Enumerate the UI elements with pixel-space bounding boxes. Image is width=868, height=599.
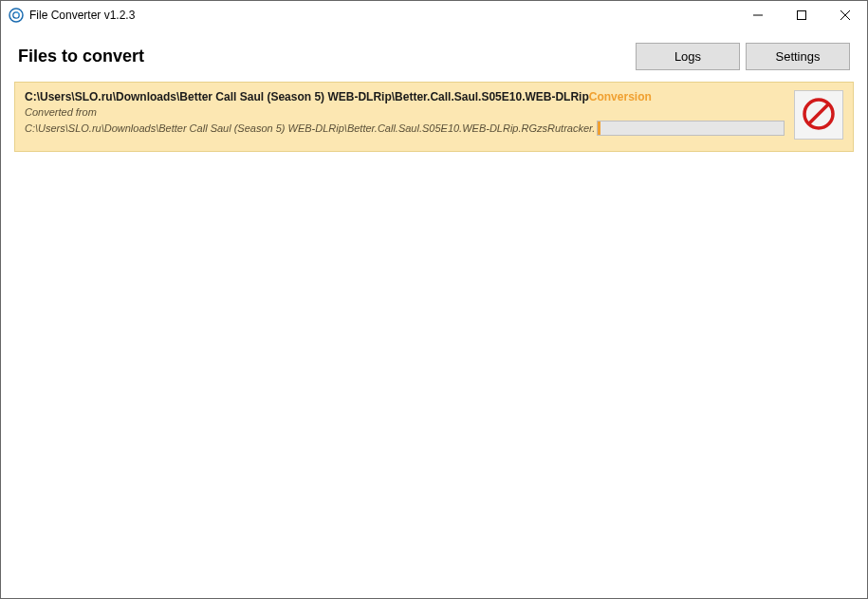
progress-fill (598, 122, 600, 135)
cancel-icon (801, 96, 837, 135)
page-title: Files to convert (18, 47, 630, 66)
conversion-top-line: C:\Users\SLO.ru\Downloads\Better Call Sa… (25, 90, 785, 103)
source-file-path: C:\Users\SLO.ru\Downloads\Better Call Sa… (25, 122, 595, 134)
close-button[interactable] (823, 1, 867, 29)
output-file-path: C:\Users\SLO.ru\Downloads\Better Call Sa… (25, 90, 589, 103)
cancel-conversion-button[interactable] (794, 90, 843, 140)
conversion-sub-line: Converted from (25, 106, 785, 118)
maximize-button[interactable] (780, 1, 823, 29)
converted-from-label: Converted from (25, 106, 97, 118)
minimize-button[interactable] (736, 1, 780, 29)
svg-line-7 (809, 103, 829, 123)
items-list: C:\Users\SLO.ru\Downloads\Better Call Sa… (1, 78, 867, 598)
conversion-progress-bar (597, 121, 785, 136)
conversion-source-line: C:\Users\SLO.ru\Downloads\Better Call Sa… (25, 121, 785, 136)
conversion-status: Conversion (589, 90, 652, 103)
svg-rect-3 (798, 11, 806, 20)
conversion-item-main: C:\Users\SLO.ru\Downloads\Better Call Sa… (25, 90, 785, 140)
app-icon (9, 8, 24, 23)
window-titlebar: File Converter v1.2.3 (1, 1, 867, 29)
conversion-item: C:\Users\SLO.ru\Downloads\Better Call Sa… (14, 82, 854, 152)
header: Files to convert Logs Settings (1, 29, 867, 78)
settings-button[interactable]: Settings (746, 43, 850, 70)
window-controls (736, 1, 867, 29)
logs-button[interactable]: Logs (636, 43, 740, 70)
window-title: File Converter v1.2.3 (29, 9, 736, 22)
svg-point-0 (9, 9, 23, 22)
